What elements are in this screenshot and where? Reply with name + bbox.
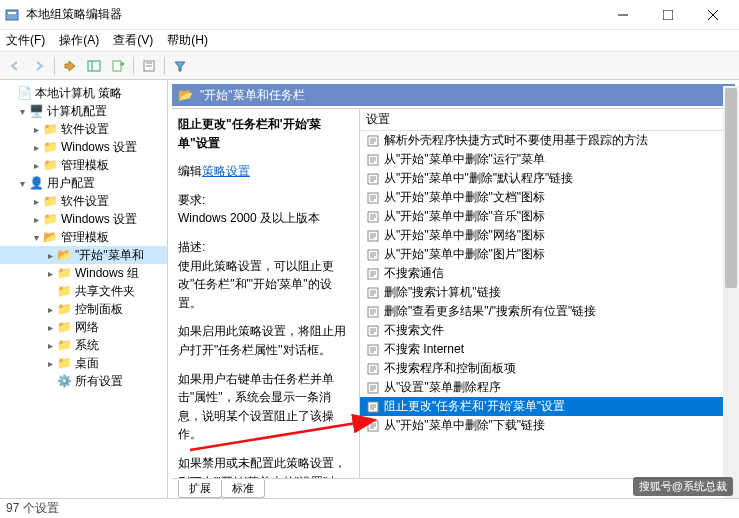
show-hide-tree-button[interactable] [83,55,105,77]
folder-icon: 📂 [178,88,194,102]
policy-icon [366,343,380,357]
list-item[interactable]: 解析外壳程序快捷方式时不要使用基于跟踪的方法 [360,131,735,150]
tree-control-panel[interactable]: ▸📁控制面板 [0,300,167,318]
tab-standard[interactable]: 标准 [221,480,265,498]
tree-system[interactable]: ▸📁系统 [0,336,167,354]
policy-icon [366,267,380,281]
status-count: 97 个设置 [6,500,59,517]
policy-icon [366,248,380,262]
tree-desktop[interactable]: ▸📁桌面 [0,354,167,372]
list-item-label: 从"设置"菜单删除程序 [384,379,501,396]
svg-rect-8 [113,61,121,71]
tree-root[interactable]: 📄本地计算机 策略 [0,84,167,102]
menubar: 文件(F) 操作(A) 查看(V) 帮助(H) [0,30,739,52]
policy-icon [366,153,380,167]
edit-policy-link[interactable]: 策略设置 [202,164,250,178]
list-item-label: 删除"查看更多结果"/"搜索所有位置"链接 [384,303,596,320]
list-item[interactable]: 从"开始"菜单中删除"图片"图标 [360,245,735,264]
tree-start-menu[interactable]: ▸📂"开始"菜单和 [0,246,167,264]
maximize-button[interactable] [645,1,690,29]
list-item[interactable]: 从"设置"菜单删除程序 [360,378,735,397]
list-item[interactable]: 删除"搜索计算机"链接 [360,283,735,302]
list-item-label: 删除"搜索计算机"链接 [384,284,501,301]
tree-c-software[interactable]: ▸📁软件设置 [0,120,167,138]
policy-icon [366,210,380,224]
list-item-label: 阻止更改"任务栏和'开始'菜单"设置 [384,398,565,415]
list-item-label: 不搜索程序和控制面板项 [384,360,516,377]
properties-button[interactable] [138,55,160,77]
export-button[interactable] [107,55,129,77]
list-item-label: 解析外壳程序快捷方式时不要使用基于跟踪的方法 [384,132,648,149]
list-item[interactable]: 从"开始"菜单中删除"运行"菜单 [360,150,735,169]
policy-icon [366,381,380,395]
list-item[interactable]: 不搜索通信 [360,264,735,283]
list-header[interactable]: 设置 [360,109,735,131]
list-item-label: 从"开始"菜单中删除"音乐"图标 [384,208,545,225]
filter-button[interactable] [169,55,191,77]
tree-u-windows[interactable]: ▸📁Windows 设置 [0,210,167,228]
menu-view[interactable]: 查看(V) [113,32,153,49]
up-button[interactable] [59,55,81,77]
scrollbar-vertical[interactable] [723,86,739,498]
app-icon [4,7,20,23]
menu-action[interactable]: 操作(A) [59,32,99,49]
tab-extended[interactable]: 扩展 [178,480,222,498]
tree-computer-config[interactable]: ▾🖥️计算机配置 [0,102,167,120]
tree-all-settings[interactable]: ⚙️所有设置 [0,372,167,390]
status-bar: 97 个设置 [0,498,739,518]
list-item[interactable]: 删除"查看更多结果"/"搜索所有位置"链接 [360,302,735,321]
watermark: 搜狐号@系统总裁 [633,477,733,496]
list-item[interactable]: 从"开始"菜单中删除"下载"链接 [360,416,735,435]
list-item[interactable]: 不搜索文件 [360,321,735,340]
svg-rect-1 [8,12,16,14]
svg-rect-3 [663,10,673,20]
list-item[interactable]: 不搜索程序和控制面板项 [360,359,735,378]
list-item-label: 不搜索 Internet [384,341,464,358]
tree-u-software[interactable]: ▸📁软件设置 [0,192,167,210]
back-button[interactable] [4,55,26,77]
policy-icon [366,305,380,319]
svg-line-76 [190,420,375,450]
menu-help[interactable]: 帮助(H) [167,32,208,49]
tree-c-windows[interactable]: ▸📁Windows 设置 [0,138,167,156]
list-item[interactable]: 不搜索 Internet [360,340,735,359]
list-item[interactable]: 从"开始"菜单中"删除"默认程序"链接 [360,169,735,188]
tree-network[interactable]: ▸📁网络 [0,318,167,336]
policy-icon [366,362,380,376]
nav-tree[interactable]: 📄本地计算机 策略 ▾🖥️计算机配置 ▸📁软件设置 ▸📁Windows 设置 ▸… [0,80,168,498]
list-item[interactable]: 从"开始"菜单中删除"音乐"图标 [360,207,735,226]
policy-icon [366,229,380,243]
close-button[interactable] [690,1,735,29]
policy-icon [366,191,380,205]
tree-c-adm[interactable]: ▸📁管理模板 [0,156,167,174]
svg-rect-0 [6,10,18,20]
tree-shared-folders[interactable]: 📁共享文件夹 [0,282,167,300]
setting-title: 阻止更改"任务栏和'开始'菜单"设置 [178,117,321,150]
policy-icon [366,172,380,186]
policy-icon [366,324,380,338]
toolbar [0,52,739,80]
window-title: 本地组策略编辑器 [26,6,600,23]
policy-icon [366,400,380,414]
policy-icon [366,286,380,300]
list-item-label: 从"开始"菜单中删除"文档"图标 [384,189,545,206]
forward-button[interactable] [28,55,50,77]
list-item-label: 不搜索文件 [384,322,444,339]
list-item-label: 从"开始"菜单中删除"下载"链接 [384,417,545,434]
list-item-label: 从"开始"菜单中删除"运行"菜单 [384,151,545,168]
settings-list[interactable]: 设置 解析外壳程序快捷方式时不要使用基于跟踪的方法从"开始"菜单中删除"运行"菜… [360,109,735,478]
tree-windows-components[interactable]: ▸📁Windows 组 [0,264,167,282]
list-item[interactable]: 阻止更改"任务栏和'开始'菜单"设置 [360,397,735,416]
list-item-label: 从"开始"菜单中删除"网络"图标 [384,227,545,244]
menu-file[interactable]: 文件(F) [6,32,45,49]
tree-user-config[interactable]: ▾👤用户配置 [0,174,167,192]
tree-u-adm[interactable]: ▾📂管理模板 [0,228,167,246]
list-item-label: 从"开始"菜单中"删除"默认程序"链接 [384,170,573,187]
svg-rect-6 [88,61,100,71]
list-item[interactable]: 从"开始"菜单中删除"网络"图标 [360,226,735,245]
annotation-arrow [190,415,390,458]
minimize-button[interactable] [600,1,645,29]
list-item-label: 不搜索通信 [384,265,444,282]
list-item[interactable]: 从"开始"菜单中删除"文档"图标 [360,188,735,207]
policy-icon [366,134,380,148]
